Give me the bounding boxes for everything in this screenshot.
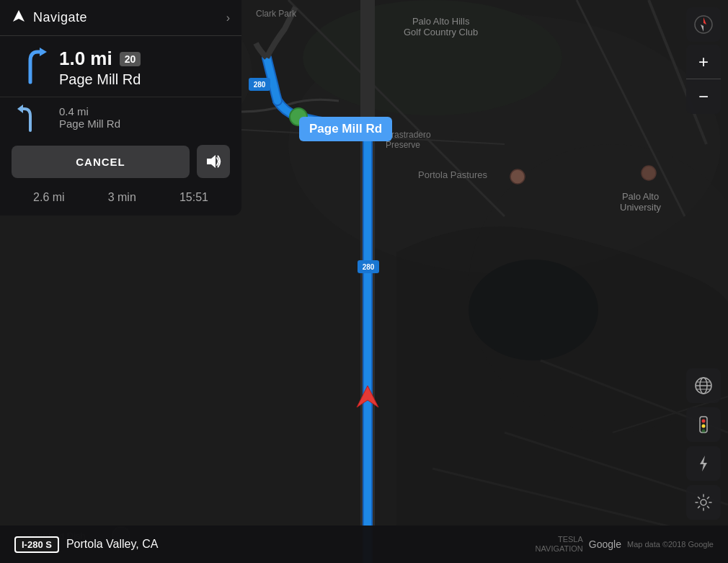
sound-button[interactable] [197, 145, 230, 178]
svg-point-38 [702, 430, 706, 433]
svg-text:280: 280 [363, 263, 375, 271]
portola-pastures-label: Portola Pastures [418, 169, 487, 180]
bottom-right-controls [686, 368, 721, 520]
gear-icon [694, 493, 713, 512]
primary-distance: 1.0 mi [59, 48, 112, 70]
zoom-in-button[interactable]: + [686, 45, 721, 79]
navigate-icon [12, 9, 26, 27]
street-label-popup: Page Mill Rd [299, 117, 392, 141]
compass-button[interactable] [686, 7, 721, 42]
globe-button[interactable] [686, 368, 721, 403]
map-data-label: Map data ©2018 Google [627, 540, 714, 549]
svg-marker-28 [703, 17, 706, 25]
svg-marker-39 [700, 456, 707, 471]
primary-street-name: Page Mill Rd [59, 71, 230, 88]
nav-chevron-icon[interactable]: › [226, 12, 230, 25]
globe-icon [694, 376, 713, 395]
secondary-direction-info: 0.4 mi Page Mill Rd [59, 105, 230, 130]
zoom-controls: + − [686, 45, 721, 114]
secondary-distance: 0.4 mi [59, 105, 230, 118]
svg-text:280: 280 [254, 81, 266, 89]
navigation-panel: Navigate › 1.0 mi 20 Page Mill Rd [0, 0, 241, 216]
compass-icon [693, 14, 714, 35]
speed-limit-badge: 20 [120, 52, 141, 66]
svg-point-40 [701, 500, 706, 505]
bottom-bar: I-280 S Portola Valley, CA TESLANAVIGATI… [0, 526, 728, 563]
traffic-button[interactable] [686, 407, 721, 442]
svg-point-37 [702, 425, 706, 428]
sound-icon [205, 154, 221, 169]
primary-direction-info: 1.0 mi 20 Page Mill Rd [59, 48, 230, 88]
turn-arrow-container [12, 46, 49, 89]
svg-point-21 [642, 166, 656, 180]
tesla-nav-label: TESLANAVIGATION [536, 535, 583, 554]
primary-direction: 1.0 mi 20 Page Mill Rd [0, 36, 241, 97]
trip-distance: 2.6 mi [33, 191, 65, 204]
palo-alto-university-label: Palo AltoUniversity [620, 191, 661, 213]
arastradero-label: ArastraderoPreserve [386, 130, 431, 150]
trip-info: 2.6 mi 3 min 15:51 [0, 185, 241, 204]
svg-point-20 [510, 169, 525, 184]
road-badge: I-280 S [14, 536, 59, 553]
road-label: I-280 S Portola Valley, CA [14, 536, 158, 553]
secondary-street-name: Page Mill Rd [59, 118, 230, 130]
right-controls: + − [686, 7, 721, 114]
trip-time: 3 min [108, 191, 136, 204]
traffic-icon [694, 415, 713, 434]
settings-button[interactable] [686, 485, 721, 520]
turn-arrow-icon [12, 46, 48, 89]
svg-marker-24 [40, 48, 47, 56]
secondary-turn-arrow [12, 103, 49, 132]
action-row: CANCEL [0, 138, 241, 185]
svg-point-36 [702, 420, 706, 423]
clark-park-label: Clark Park [256, 9, 296, 19]
trip-eta: 15:51 [179, 191, 208, 204]
lightning-button[interactable] [686, 446, 721, 481]
nav-title: Navigate [33, 10, 87, 25]
svg-marker-23 [13, 10, 25, 22]
secondary-direction: 0.4 mi Page Mill Rd [0, 97, 241, 138]
zoom-out-button[interactable]: − [686, 79, 721, 114]
golf-club-label: Palo Alto HillsGolf Country Club [404, 16, 478, 37]
svg-marker-26 [207, 155, 216, 168]
bottom-right-info: TESLANAVIGATION Google Map data ©2018 Go… [536, 535, 714, 554]
cancel-button[interactable]: CANCEL [12, 146, 190, 178]
svg-marker-29 [701, 25, 703, 32]
road-name: Portola Valley, CA [66, 538, 158, 551]
lightning-icon [694, 454, 713, 473]
nav-header: Navigate › [0, 0, 241, 36]
svg-marker-25 [17, 105, 23, 113]
google-label: Google [589, 538, 621, 550]
